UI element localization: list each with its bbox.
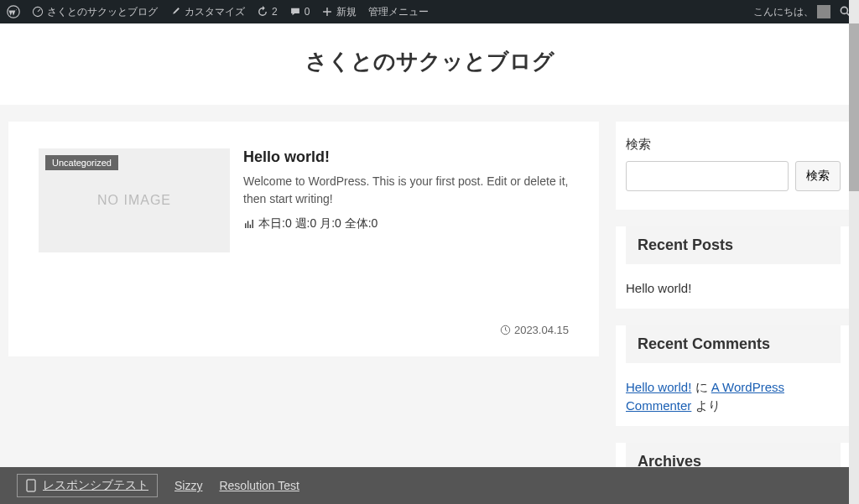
recent-comments-title: Recent Comments — [626, 325, 841, 363]
scrollbar-thumb[interactable] — [849, 23, 859, 191]
date-text: 2023.04.15 — [514, 324, 569, 336]
comments-link[interactable]: 0 — [289, 6, 310, 18]
wordpress-icon — [7, 5, 20, 18]
search-row: 検索 — [616, 161, 851, 200]
brush-icon — [169, 6, 181, 18]
comment-suffix: より — [691, 398, 720, 413]
responsive-text: レスポンシブテスト — [43, 478, 148, 493]
greeting-text: こんにちは、 — [753, 5, 814, 19]
responsive-test-bar: レスポンシブテスト Sizzy Resolution Test — [0, 467, 849, 504]
search-label: 検索 — [616, 122, 851, 161]
chart-icon — [243, 218, 255, 230]
updates-count: 2 — [272, 6, 278, 18]
dashboard-icon — [32, 6, 44, 18]
comment-icon — [289, 6, 301, 18]
new-text: 新規 — [336, 5, 357, 19]
post-stats: 本日:0 週:0 月:0 全体:0 — [243, 216, 569, 231]
site-name-text: さくとのサクッとブログ — [47, 5, 158, 19]
admin-bar-right: こんにちは、 — [753, 5, 852, 19]
sizzy-link[interactable]: Sizzy — [174, 479, 202, 492]
recent-posts-title: Recent Posts — [626, 226, 841, 264]
main-column: Uncategorized NO IMAGE Hello world! Welc… — [8, 122, 599, 504]
page-title[interactable]: さくとのサクッとブログ — [0, 47, 859, 76]
post-thumbnail: Uncategorized NO IMAGE — [39, 148, 230, 252]
responsive-test-label[interactable]: レスポンシブテスト — [17, 474, 158, 497]
updates-link[interactable]: 2 — [257, 6, 278, 18]
post-card[interactable]: Uncategorized NO IMAGE Hello world! Welc… — [8, 122, 599, 356]
wp-admin-bar: さくとのサクッとブログ カスタマイズ 2 0 新規 管理メニュー こんにちは、 — [0, 0, 859, 23]
admin-menu-link[interactable]: 管理メニュー — [368, 5, 429, 19]
customize-text: カスタマイズ — [185, 5, 245, 19]
greeting-link[interactable]: こんにちは、 — [753, 5, 830, 19]
site-header: さくとのサクッとブログ — [0, 23, 859, 105]
plus-icon — [321, 6, 333, 18]
wp-logo[interactable] — [7, 5, 20, 18]
recent-posts-body: Hello world! — [616, 279, 851, 299]
device-icon — [26, 479, 36, 492]
recent-comments-body: Hello world! に A WordPress Commenter より — [616, 378, 851, 416]
search-input[interactable] — [626, 161, 789, 191]
search-widget: 検索 検索 — [616, 122, 851, 210]
admin-bar-left: さくとのサクッとブログ カスタマイズ 2 0 新規 管理メニュー — [7, 5, 429, 19]
category-badge[interactable]: Uncategorized — [45, 155, 118, 170]
recent-comments-widget: Recent Comments Hello world! に A WordPre… — [616, 325, 851, 426]
comment-post-link[interactable]: Hello world! — [626, 380, 691, 394]
main-container: Uncategorized NO IMAGE Hello world! Welc… — [0, 105, 859, 504]
comments-count: 0 — [305, 6, 310, 18]
site-name-link[interactable]: さくとのサクッとブログ — [32, 5, 158, 19]
update-icon — [257, 6, 268, 18]
recent-post-item[interactable]: Hello world! — [626, 279, 841, 299]
avatar — [817, 5, 830, 18]
new-link[interactable]: 新規 — [321, 5, 357, 19]
post-body: Uncategorized NO IMAGE Hello world! Welc… — [39, 148, 569, 252]
svg-rect-4 — [27, 480, 35, 491]
search-button[interactable]: 検索 — [795, 161, 841, 191]
post-date: 2023.04.15 — [39, 324, 569, 336]
admin-menu-text: 管理メニュー — [368, 5, 429, 19]
scrollbar[interactable] — [849, 0, 859, 504]
clock-icon — [500, 325, 511, 335]
comment-connector: に — [691, 380, 711, 394]
sidebar: 検索 検索 Recent Posts Hello world! Recent C… — [616, 122, 851, 504]
svg-point-2 — [841, 7, 847, 13]
post-excerpt: Welcome to WordPress. This is your first… — [243, 173, 569, 208]
recent-posts-widget: Recent Posts Hello world! — [616, 226, 851, 309]
stats-text: 本日:0 週:0 月:0 全体:0 — [258, 216, 377, 231]
no-image-text: NO IMAGE — [97, 193, 171, 208]
customize-link[interactable]: カスタマイズ — [169, 5, 245, 19]
post-title[interactable]: Hello world! — [243, 148, 569, 166]
resolution-test-link[interactable]: Resolution Test — [219, 479, 299, 492]
post-content: Hello world! Welcome to WordPress. This … — [243, 148, 569, 252]
